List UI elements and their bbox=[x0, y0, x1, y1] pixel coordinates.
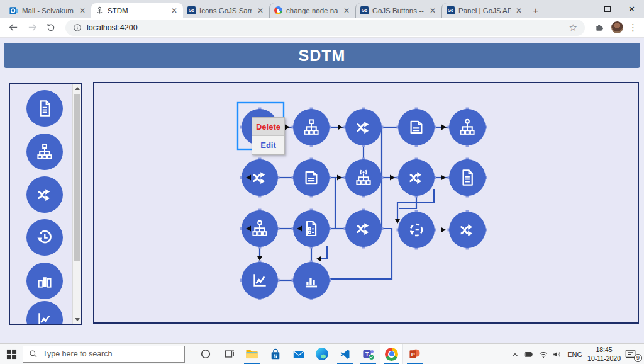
gojs-icon: Go bbox=[187, 6, 196, 14]
profile-avatar[interactable] bbox=[611, 21, 623, 33]
minimize-button[interactable] bbox=[570, 0, 595, 18]
taskbar-app-cortana[interactable] bbox=[194, 344, 217, 364]
google-icon bbox=[274, 6, 282, 14]
clock[interactable]: 18:45 10-11-2020 bbox=[587, 346, 621, 363]
reload-icon bbox=[46, 23, 56, 33]
close-button[interactable]: ✕ bbox=[619, 0, 644, 18]
browser-tab-4[interactable]: GoGoJS Buttons -- Northw✕ bbox=[355, 3, 441, 18]
page-title: SDTM bbox=[4, 43, 640, 68]
taskbar-search-input[interactable]: Type here to search bbox=[23, 346, 185, 363]
browser-menu-button[interactable]: ⋮ bbox=[628, 22, 638, 33]
diagram-canvas[interactable]: Delete Edit bbox=[93, 82, 639, 324]
node-history-dashed[interactable] bbox=[397, 210, 436, 250]
taskbar-app-file-explorer[interactable] bbox=[240, 344, 264, 364]
tray-chevron-icon[interactable] bbox=[511, 350, 519, 359]
scroll-down-icon[interactable] bbox=[73, 316, 81, 324]
palette-node-sitemap[interactable] bbox=[26, 134, 63, 170]
link-arrowhead bbox=[441, 125, 447, 130]
node-line-chart[interactable] bbox=[240, 261, 280, 300]
context-menu-item-delete[interactable]: Delete bbox=[252, 118, 284, 136]
wifi-icon[interactable] bbox=[538, 350, 548, 359]
tab-label: Mail - Selvakumar Mari bbox=[22, 7, 74, 14]
extensions-button[interactable] bbox=[592, 21, 606, 35]
address-bar[interactable]: localhost:4200 ☆ bbox=[65, 20, 585, 36]
svg-text:Go: Go bbox=[189, 8, 194, 13]
taskbar-app-store[interactable] bbox=[264, 344, 287, 364]
node-bar-chart-solid[interactable] bbox=[292, 261, 331, 300]
teams-icon: T bbox=[362, 348, 375, 360]
new-tab-button[interactable]: + bbox=[528, 3, 544, 18]
start-button[interactable] bbox=[0, 344, 23, 364]
powerpoint-icon: P bbox=[409, 348, 421, 360]
taskbar-app-edge[interactable] bbox=[310, 344, 333, 364]
browser-tab-0[interactable]: Mail - Selvakumar Mari✕ bbox=[5, 3, 91, 18]
volume-icon[interactable] bbox=[552, 350, 562, 359]
palette-node-document[interactable] bbox=[26, 90, 63, 127]
context-menu-item-edit[interactable]: Edit bbox=[252, 136, 284, 154]
tab-close-icon[interactable]: ✕ bbox=[170, 6, 179, 15]
browser-tab-5[interactable]: GoPanel | GoJS API✕ bbox=[441, 3, 528, 18]
node-shuffle[interactable] bbox=[240, 158, 280, 198]
tab-close-icon[interactable]: ✕ bbox=[428, 6, 437, 15]
node-document-box[interactable] bbox=[397, 108, 436, 147]
node-shuffle[interactable] bbox=[344, 108, 384, 147]
scroll-up-icon[interactable] bbox=[73, 84, 81, 93]
tab-close-icon[interactable]: ✕ bbox=[514, 6, 523, 15]
palette-node-shuffle[interactable] bbox=[26, 176, 63, 213]
taskbar-app-chrome[interactable] bbox=[380, 344, 403, 364]
battery-icon[interactable] bbox=[523, 350, 535, 359]
stdm-favicon bbox=[96, 6, 104, 14]
forward-icon bbox=[27, 22, 38, 33]
node-shuffle[interactable] bbox=[344, 209, 384, 249]
file-explorer-icon bbox=[245, 348, 258, 360]
clock-date: 10-11-2020 bbox=[587, 355, 621, 363]
node-sitemap[interactable] bbox=[292, 108, 331, 147]
gojs-icon: Go bbox=[447, 6, 455, 14]
palette-node-bar-chart[interactable] bbox=[26, 263, 63, 299]
maximize-button[interactable] bbox=[595, 0, 619, 18]
svg-text:Go: Go bbox=[362, 8, 367, 13]
taskbar-app-teams[interactable]: T bbox=[357, 344, 380, 364]
browser-tab-3[interactable]: change node name in g✕ bbox=[269, 3, 355, 18]
tab-close-icon[interactable]: ✕ bbox=[256, 6, 265, 15]
node-document[interactable] bbox=[448, 158, 487, 198]
edge-icon bbox=[316, 348, 328, 360]
node-org-circle[interactable] bbox=[448, 108, 487, 147]
palette-node-history[interactable] bbox=[26, 219, 63, 256]
node-org-circle[interactable] bbox=[240, 209, 280, 249]
taskbar-app-mail[interactable] bbox=[287, 344, 310, 364]
back-button[interactable] bbox=[6, 21, 20, 35]
forward-button[interactable] bbox=[25, 21, 39, 35]
node-shuffle[interactable] bbox=[448, 210, 487, 250]
palette-scrollbar[interactable] bbox=[72, 84, 80, 324]
node-org-parens[interactable] bbox=[344, 158, 384, 198]
taskbar-app-task-view[interactable] bbox=[217, 344, 240, 364]
scrollbar-thumb[interactable] bbox=[74, 94, 80, 261]
browser-tab-2[interactable]: GoIcons GoJS Sample✕ bbox=[183, 3, 269, 18]
taskbar: Type here to search TP ENG 18:45 10-11-2… bbox=[0, 343, 644, 364]
taskbar-app-vscode[interactable] bbox=[333, 344, 357, 364]
taskbar-app-powerpoint[interactable]: P bbox=[403, 344, 426, 364]
language-indicator[interactable]: ENG bbox=[566, 351, 584, 358]
browser-tab-1[interactable]: STDM✕ bbox=[91, 3, 183, 18]
notification-center-button[interactable]: 9 bbox=[625, 348, 641, 361]
windows-logo-icon bbox=[6, 349, 17, 360]
reload-button[interactable] bbox=[44, 21, 58, 35]
palette-panel bbox=[9, 83, 82, 325]
task-view-icon bbox=[223, 348, 235, 360]
info-icon bbox=[73, 23, 82, 32]
tab-label: GoJS Buttons -- Northw bbox=[372, 7, 425, 14]
link-arrowhead bbox=[390, 175, 395, 181]
url-text: localhost:4200 bbox=[87, 23, 564, 32]
bookmark-star-icon[interactable]: ☆ bbox=[569, 22, 577, 33]
search-icon bbox=[29, 350, 38, 358]
diagram-link[interactable] bbox=[318, 246, 327, 259]
gojs-icon: Go bbox=[360, 6, 369, 14]
palette-node-line-chart[interactable] bbox=[26, 301, 63, 324]
node-shuffle[interactable] bbox=[397, 158, 436, 198]
tab-close-icon[interactable]: ✕ bbox=[342, 6, 351, 15]
tab-close-icon[interactable]: ✕ bbox=[78, 6, 87, 15]
system-tray: ENG 18:45 10-11-2020 9 bbox=[511, 344, 641, 364]
node-document-box[interactable] bbox=[292, 158, 331, 198]
app-page: SDTM Delete Edit bbox=[0, 38, 644, 343]
